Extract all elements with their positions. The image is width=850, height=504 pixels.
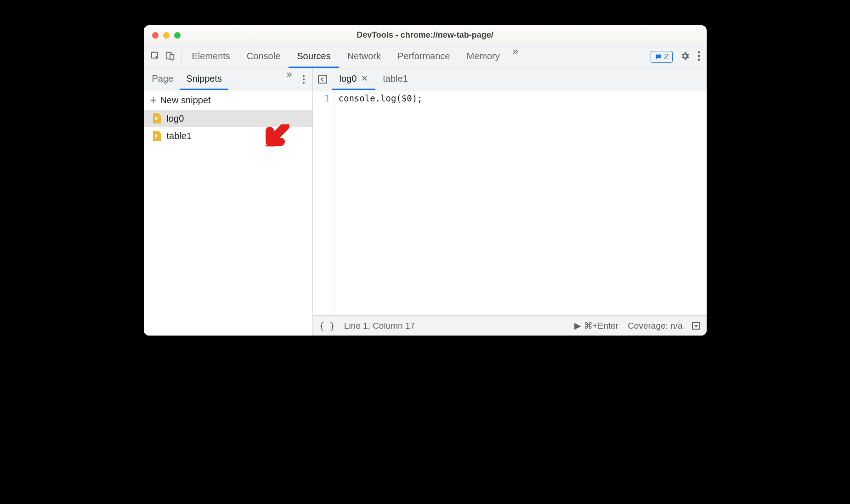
svg-point-6 [303,75,305,77]
navigator-options-icon[interactable] [297,68,311,90]
plus-icon: + [150,94,157,106]
navigator-more-tabs-icon[interactable]: » [282,68,296,90]
more-options-icon[interactable] [697,51,700,63]
issues-badge[interactable]: 2 [651,51,672,63]
editor-tab[interactable]: log0✕ [332,68,376,90]
editor-tab-name: log0 [340,73,357,84]
toolbar-divider [181,50,182,63]
snippet-item[interactable]: table1 [144,127,312,145]
svg-rect-2 [170,54,174,60]
snippet-file-icon [153,131,161,141]
editor-panel: log0✕table1 1 console.log($0); { } Line … [313,68,707,336]
issues-count: 2 [664,52,668,62]
panel-tab-sources[interactable]: Sources [289,45,339,68]
snippet-name: log0 [167,113,184,124]
svg-rect-9 [318,76,327,83]
main-toolbar: ElementsConsoleSourcesNetworkPerformance… [144,45,707,68]
navigator-tab-snippets[interactable]: Snippets [180,68,228,90]
svg-point-5 [697,58,700,61]
snippet-file-icon [153,113,161,123]
run-snippet-button[interactable]: ▶ ⌘+Enter [574,320,619,331]
navigator-tab-page[interactable]: Page [146,68,180,90]
editor-tab-name: table1 [383,73,408,84]
panel-tab-network[interactable]: Network [339,45,389,68]
show-drawer-icon[interactable] [692,322,700,330]
cursor-position: Line 1, Column 17 [344,321,415,331]
navigator-panel: PageSnippets » + New snippet log0table1 [144,68,313,336]
pretty-print-button[interactable]: { } [319,321,335,331]
svg-point-8 [303,82,305,84]
close-tab-icon[interactable]: ✕ [361,73,368,84]
devtools-window: DevTools - chrome://new-tab-page/ Elemen… [144,25,707,336]
panel-tab-elements[interactable]: Elements [184,45,238,68]
svg-point-3 [697,51,700,53]
panel-tab-performance[interactable]: Performance [389,45,459,68]
run-shortcut: ⌘+Enter [584,320,619,331]
new-snippet-button[interactable]: + New snippet [144,90,312,110]
svg-point-7 [303,78,305,80]
snippet-name: table1 [167,131,192,141]
close-window-button[interactable] [152,32,159,39]
window-title: DevTools - chrome://new-tab-page/ [144,30,707,40]
window-controls [144,32,181,39]
code-line[interactable]: console.log($0); [339,93,707,103]
inspect-element-icon[interactable] [150,51,160,63]
code-content[interactable]: console.log($0); [335,90,707,315]
new-snippet-label: New snippet [160,95,211,106]
snippet-item[interactable]: log0 [144,110,312,127]
line-number: 1 [313,93,330,103]
editor-statusbar: { } Line 1, Column 17 ▶ ⌘+Enter Coverage… [313,315,707,336]
more-panels-icon[interactable]: » [508,45,523,68]
zoom-window-button[interactable] [174,32,181,39]
editor-tab[interactable]: table1 [375,68,415,90]
coverage-status: Coverage: n/a [628,321,682,331]
code-editor[interactable]: 1 console.log($0); [313,90,707,315]
play-icon: ▶ [574,320,581,331]
panel-tab-console[interactable]: Console [238,45,289,68]
svg-point-4 [697,55,700,57]
snippet-list: log0table1 [144,110,312,336]
minimize-window-button[interactable] [163,32,170,39]
device-toolbar-icon[interactable] [165,51,175,63]
line-gutter: 1 [313,90,335,315]
settings-icon[interactable] [680,51,690,63]
show-navigator-icon[interactable] [313,68,332,90]
panel-tab-memory[interactable]: Memory [459,45,508,68]
titlebar: DevTools - chrome://new-tab-page/ [144,25,707,45]
